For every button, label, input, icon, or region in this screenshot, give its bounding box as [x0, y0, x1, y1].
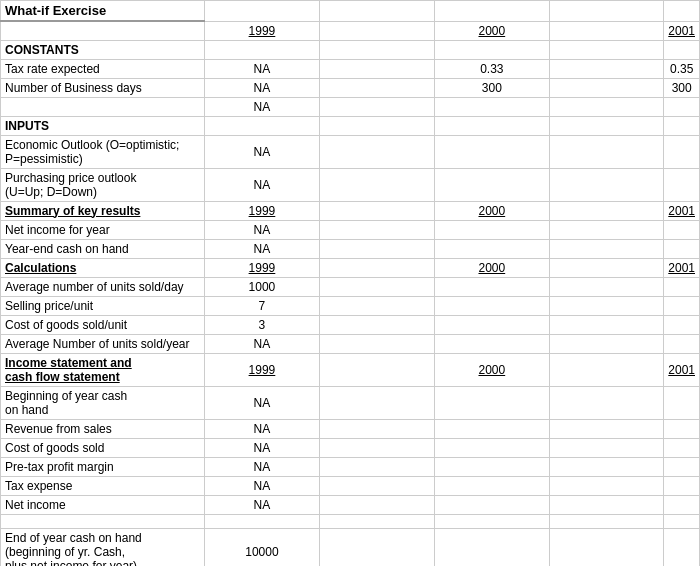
economic-outlook-1999: NA	[204, 135, 320, 168]
year-header-row: 1999 2000 2001	[1, 21, 700, 40]
economic-outlook-row: Economic Outlook (O=optimistic;P=pessimi…	[1, 135, 700, 168]
tax-expense-label: Tax expense	[1, 476, 205, 495]
avg-units-day-label: Average number of units sold/day	[1, 277, 205, 296]
empty-na-row: NA	[1, 97, 700, 116]
revenue-sales-label: Revenue from sales	[1, 419, 205, 438]
business-days-label: Number of Business days	[1, 78, 205, 97]
cogs-row: Cost of goods sold NA	[1, 438, 700, 457]
net-income-is-row: Net income NA	[1, 495, 700, 514]
income-statement-header-row: Income statement andcash flow statement …	[1, 353, 700, 386]
inputs-label: INPUTS	[1, 116, 205, 135]
net-income-label: Net income for year	[1, 220, 205, 239]
year-end-cash-row: Year-end cash on hand NA	[1, 239, 700, 258]
calculations-year-2001: 2001	[664, 258, 700, 277]
avg-units-year-label: Average Number of units sold/year	[1, 334, 205, 353]
empty-spacer-row	[1, 514, 700, 528]
tax-rate-row: Tax rate expected NA 0.33 0.35	[1, 59, 700, 78]
tax-rate-2000: 0.33	[434, 59, 550, 78]
purchasing-price-1999: NA	[204, 168, 320, 201]
col-empty-4	[550, 1, 664, 22]
selling-price-label: Selling price/unit	[1, 296, 205, 315]
revenue-sales-1999: NA	[204, 419, 320, 438]
end-year-cash-label: End of year cash on hand(beginning of yr…	[1, 528, 205, 566]
cogs-1999: NA	[204, 438, 320, 457]
col-empty-3	[434, 1, 550, 22]
cogs-label: Cost of goods sold	[1, 438, 205, 457]
year-1999: 1999	[204, 21, 320, 40]
beg-year-cash-label: Beginning of year cashon hand	[1, 386, 205, 419]
calculations-label: Calculations	[1, 258, 205, 277]
year-end-cash-1999: NA	[204, 239, 320, 258]
purchasing-price-row: Purchasing price outlook(U=Up; D=Down) N…	[1, 168, 700, 201]
pretax-profit-row: Pre-tax profit margin NA	[1, 457, 700, 476]
col-empty-5	[664, 1, 700, 22]
revenue-sales-row: Revenue from sales NA	[1, 419, 700, 438]
pretax-profit-1999: NA	[204, 457, 320, 476]
income-statement-label: Income statement andcash flow statement	[1, 353, 205, 386]
net-income-row: Net income for year NA	[1, 220, 700, 239]
tax-expense-1999: NA	[204, 476, 320, 495]
income-statement-year-2001: 2001	[664, 353, 700, 386]
beg-year-cash-1999: NA	[204, 386, 320, 419]
calculations-header-row: Calculations 1999 2000 2001	[1, 258, 700, 277]
inputs-header-row: INPUTS	[1, 116, 700, 135]
business-days-1999: NA	[204, 78, 320, 97]
avg-units-day-row: Average number of units sold/day 1000	[1, 277, 700, 296]
end-year-cash-row: End of year cash on hand(beginning of yr…	[1, 528, 700, 566]
spreadsheet-table: What-if Exercise 1999 2000 2001 CONSTANT…	[0, 0, 700, 566]
beg-year-cash-row: Beginning of year cashon hand NA	[1, 386, 700, 419]
header-row: What-if Exercise	[1, 1, 700, 22]
constants-label: CONSTANTS	[1, 40, 205, 59]
business-days-2000: 300	[434, 78, 550, 97]
summary-year-1999: 1999	[204, 201, 320, 220]
col-empty-1	[204, 1, 320, 22]
avg-units-day-1999: 1000	[204, 277, 320, 296]
net-income-is-1999: NA	[204, 495, 320, 514]
summary-label: Summary of key results	[1, 201, 205, 220]
empty-na-cell: NA	[204, 97, 320, 116]
end-year-cash-1999: 10000	[204, 528, 320, 566]
business-days-row: Number of Business days NA 300 300	[1, 78, 700, 97]
selling-price-row: Selling price/unit 7	[1, 296, 700, 315]
tax-rate-2001: 0.35	[664, 59, 700, 78]
tax-rate-1999: NA	[204, 59, 320, 78]
calculations-year-2000: 2000	[434, 258, 550, 277]
summary-header-row: Summary of key results 1999 2000 2001	[1, 201, 700, 220]
income-statement-year-2000: 2000	[434, 353, 550, 386]
cogs-unit-label: Cost of goods sold/unit	[1, 315, 205, 334]
avg-units-year-1999: NA	[204, 334, 320, 353]
income-statement-year-1999: 1999	[204, 353, 320, 386]
tax-rate-label: Tax rate expected	[1, 59, 205, 78]
avg-units-year-row: Average Number of units sold/year NA	[1, 334, 700, 353]
net-income-1999: NA	[204, 220, 320, 239]
year-end-cash-label: Year-end cash on hand	[1, 239, 205, 258]
year-2001: 2001	[664, 21, 700, 40]
table-title: What-if Exercise	[1, 1, 205, 22]
economic-outlook-label: Economic Outlook (O=optimistic;P=pessimi…	[1, 135, 205, 168]
col-empty-2	[320, 1, 434, 22]
label-col-header	[1, 21, 205, 40]
selling-price-1999: 7	[204, 296, 320, 315]
constants-header-row: CONSTANTS	[1, 40, 700, 59]
year-2000: 2000	[434, 21, 550, 40]
purchasing-price-label: Purchasing price outlook(U=Up; D=Down)	[1, 168, 205, 201]
net-income-is-label: Net income	[1, 495, 205, 514]
summary-year-2001: 2001	[664, 201, 700, 220]
summary-year-2000: 2000	[434, 201, 550, 220]
pretax-profit-label: Pre-tax profit margin	[1, 457, 205, 476]
calculations-year-1999: 1999	[204, 258, 320, 277]
business-days-2001: 300	[664, 78, 700, 97]
cogs-unit-row: Cost of goods sold/unit 3	[1, 315, 700, 334]
cogs-unit-1999: 3	[204, 315, 320, 334]
tax-expense-row: Tax expense NA	[1, 476, 700, 495]
